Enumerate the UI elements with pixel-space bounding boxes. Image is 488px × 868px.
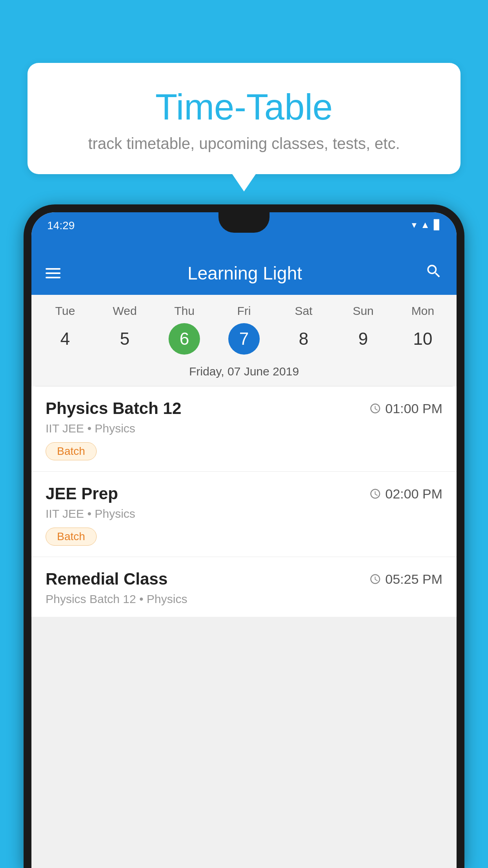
clock-icon-1 xyxy=(369,403,381,414)
clock-icon-3 xyxy=(369,573,381,585)
day-col-sat[interactable]: Sat 8 xyxy=(278,304,329,355)
day-name-tue: Tue xyxy=(55,304,75,318)
day-name-sat: Sat xyxy=(295,304,312,318)
day-col-mon[interactable]: Mon 10 xyxy=(397,304,448,355)
status-icons: ▾ ▲ ▊ xyxy=(412,219,441,230)
schedule-item-header-1: Physics Batch 12 01:00 PM xyxy=(46,399,442,418)
day-col-thu[interactable]: Thu 6 xyxy=(159,304,210,355)
wifi-icon: ▾ xyxy=(412,219,416,230)
page-subtitle: track timetable, upcoming classes, tests… xyxy=(59,135,429,153)
day-num-tue: 4 xyxy=(50,323,81,355)
schedule-title-2: JEE Prep xyxy=(46,484,118,503)
day-col-sun[interactable]: Sun 9 xyxy=(338,304,389,355)
search-icon[interactable] xyxy=(425,263,442,284)
day-name-fri: Fri xyxy=(237,304,251,318)
day-num-mon: 10 xyxy=(407,323,438,355)
batch-badge-2: Batch xyxy=(46,528,97,546)
app-bar: Learning Light xyxy=(31,252,457,295)
day-num-sun: 9 xyxy=(347,323,379,355)
schedule-item-1[interactable]: Physics Batch 12 01:00 PM IIT JEE • Phys… xyxy=(31,386,457,472)
schedule-subtitle-3: Physics Batch 12 • Physics xyxy=(46,592,442,606)
battery-icon: ▊ xyxy=(434,219,441,230)
day-num-wed: 5 xyxy=(109,323,141,355)
day-num-thu: 6 xyxy=(169,323,200,355)
hamburger-menu-button[interactable] xyxy=(46,268,61,278)
day-col-wed[interactable]: Wed 5 xyxy=(99,304,150,355)
clock-icon-2 xyxy=(369,488,381,500)
status-time: 14:29 xyxy=(47,219,75,232)
signal-icon: ▲ xyxy=(420,219,430,230)
day-col-tue[interactable]: Tue 4 xyxy=(40,304,91,355)
status-bar: 14:29 ▾ ▲ ▊ xyxy=(31,212,457,252)
schedule-title-1: Physics Batch 12 xyxy=(46,399,182,418)
day-num-sat: 8 xyxy=(288,323,319,355)
selected-date-label: Friday, 07 June 2019 xyxy=(35,359,453,386)
batch-badge-1: Batch xyxy=(46,442,97,460)
speech-bubble-card: Time-Table track timetable, upcoming cla… xyxy=(28,63,460,174)
notch-cutout xyxy=(218,212,270,233)
schedule-title-3: Remedial Class xyxy=(46,570,168,588)
speech-bubble-section: Time-Table track timetable, upcoming cla… xyxy=(28,63,460,174)
schedule-time-1: 01:00 PM xyxy=(369,401,442,416)
schedule-item-header-2: JEE Prep 02:00 PM xyxy=(46,484,442,503)
calendar-strip: Tue 4 Wed 5 Thu 6 Fri 7 Sat 8 xyxy=(31,295,457,386)
schedule-item-3[interactable]: Remedial Class 05:25 PM Physics Batch 12… xyxy=(31,557,457,617)
days-row: Tue 4 Wed 5 Thu 6 Fri 7 Sat 8 xyxy=(35,304,453,359)
day-num-fri: 7 xyxy=(228,323,260,355)
day-name-sun: Sun xyxy=(353,304,374,318)
app-title: Learning Light xyxy=(75,263,414,284)
schedule-item-header-3: Remedial Class 05:25 PM xyxy=(46,570,442,588)
phone-screen: 14:29 ▾ ▲ ▊ Learning Light xyxy=(31,212,457,868)
day-name-wed: Wed xyxy=(113,304,137,318)
schedule-subtitle-1: IIT JEE • Physics xyxy=(46,422,442,435)
schedule-time-3: 05:25 PM xyxy=(369,572,442,587)
phone-frame: 14:29 ▾ ▲ ▊ Learning Light xyxy=(24,204,464,868)
page-title: Time-Table xyxy=(59,86,429,128)
schedule-item-2[interactable]: JEE Prep 02:00 PM IIT JEE • Physics Batc… xyxy=(31,472,457,557)
schedule-subtitle-2: IIT JEE • Physics xyxy=(46,507,442,520)
schedule-time-2: 02:00 PM xyxy=(369,486,442,502)
schedule-list: Physics Batch 12 01:00 PM IIT JEE • Phys… xyxy=(31,386,457,617)
day-name-mon: Mon xyxy=(411,304,434,318)
day-col-fri[interactable]: Fri 7 xyxy=(218,304,270,355)
day-name-thu: Thu xyxy=(174,304,194,318)
